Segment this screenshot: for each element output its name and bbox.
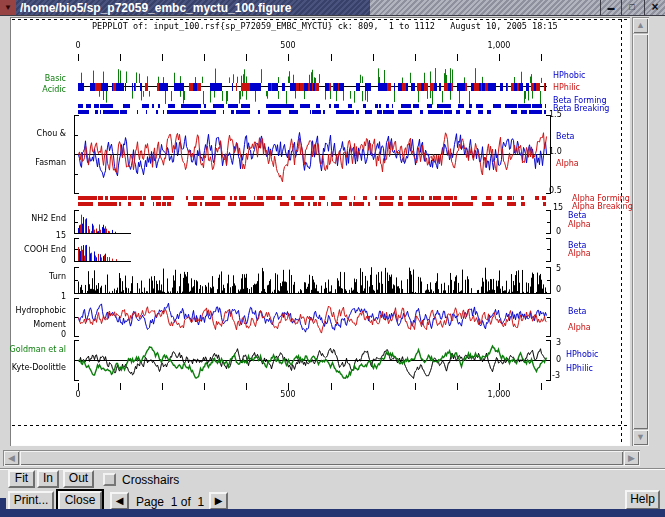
plot-right-label: Alpha Breaking <box>572 202 633 211</box>
maximize-icon: □ <box>629 2 634 12</box>
help-button[interactable]: Help <box>625 490 660 510</box>
arrow-down-icon: ▼ <box>636 432 645 442</box>
arrow-right-icon: ▶ <box>628 453 635 463</box>
plot-header: PEPPLOT of: input_100.rsf{sp_P72059_EMBC… <box>92 21 558 31</box>
crosshairs-checkbox[interactable] <box>103 473 116 486</box>
scroll-left-button[interactable]: ◀ <box>4 451 19 465</box>
axis-tick-label: 0 <box>58 41 98 50</box>
plot-right-label: Beta <box>568 211 586 220</box>
arrow-up-icon: ▲ <box>636 20 645 30</box>
toolbar-separator <box>0 468 665 470</box>
plot-right-label: HPhobic <box>553 71 586 80</box>
plot-left-label: Chou & <box>4 129 66 138</box>
pepplot-window: ▼ /home/bio5/sp_p72059_embc_myctu_100.fi… <box>0 0 665 517</box>
plot-right-label: 0 <box>556 227 561 236</box>
plot-right-label: 3 <box>556 338 561 347</box>
page-next-icon: ▶ <box>215 495 223 506</box>
minimize-icon: ▬ <box>608 4 615 11</box>
desktop-corner <box>0 498 6 517</box>
page-prev-icon: ◀ <box>116 495 124 506</box>
fit-button[interactable]: Fit <box>8 470 35 488</box>
scroll-right-button[interactable]: ▶ <box>624 451 639 465</box>
axis-tick-label: 500 <box>268 41 308 50</box>
vertical-scrollbar-thumb[interactable] <box>633 34 648 429</box>
plot-left-label: 1 <box>4 292 66 301</box>
close-button-label: Close <box>65 493 96 507</box>
plot-left-label: Goldman et al <box>4 345 66 354</box>
plot-right-label: Alpha <box>556 159 579 168</box>
print-button-label: Print... <box>14 493 49 507</box>
plot-right-label: 1.5 <box>549 110 562 119</box>
scroll-down-button[interactable]: ▼ <box>633 430 648 445</box>
plot-right-label: HPhilic <box>566 364 593 373</box>
horizontal-scrollbar-thumb[interactable] <box>20 451 623 465</box>
axis-tick-label: 1,000 <box>479 390 519 399</box>
plot-right-label: Alpha <box>568 323 591 332</box>
axis-tick-label: 0 <box>58 390 98 399</box>
plot-left-label: Fasman <box>4 158 66 167</box>
zoom-in-button-label: In <box>43 471 53 485</box>
help-button-label: Help <box>630 492 655 506</box>
plot-left-label: COOH End <box>4 245 66 254</box>
plot-left-label: 0 <box>4 256 66 265</box>
desktop-strip <box>0 509 665 517</box>
page-indicator: Page 1 of 1 <box>136 495 204 509</box>
plot-left-label: Turn <box>4 272 66 281</box>
plot-right-label: Alpha <box>568 249 591 258</box>
print-button[interactable]: Print... <box>8 491 54 511</box>
maximize-button[interactable]: □ <box>621 0 642 15</box>
window-menu-button[interactable]: ▼ <box>0 0 16 15</box>
window-title: /home/bio5/sp_p72059_embc_myctu_100.figu… <box>20 1 291 15</box>
fit-button-label: Fit <box>15 471 28 485</box>
arrow-left-icon: ◀ <box>8 453 15 463</box>
horizontal-scrollbar[interactable]: ◀ ▶ <box>3 450 640 466</box>
plot-left-label: Basic <box>4 74 66 83</box>
plot-left-label: Hydrophobic <box>4 306 66 315</box>
page-prev-button[interactable]: ◀ <box>110 492 129 510</box>
plot-right-label: 0.5 <box>549 186 562 195</box>
plot-left-label: Kyte-Doolittle <box>4 363 66 372</box>
close-button[interactable]: Close <box>58 491 102 511</box>
plot-right-label: -3 <box>552 371 560 380</box>
pepplot-figure <box>10 17 630 446</box>
plot-right-label: 5 <box>556 264 561 273</box>
window-menu-icon: ▼ <box>4 3 12 12</box>
axis-tick-label: 500 <box>268 390 308 399</box>
plot-right-label: 0 <box>556 355 561 364</box>
minimize-button[interactable]: ▬ <box>600 0 621 15</box>
plot-right-label: 0 <box>556 285 561 294</box>
plot-right-label: Beta <box>568 307 586 316</box>
plot-right-label: Alpha <box>568 220 591 229</box>
plot-left-label: Acidic <box>4 85 66 94</box>
crosshairs-label: Crosshairs <box>122 473 179 487</box>
plot-left-label: 0 <box>4 330 66 339</box>
scroll-up-button[interactable]: ▲ <box>633 18 648 33</box>
window-close-icon: × <box>651 0 658 14</box>
plot-right-label: Beta <box>556 132 574 141</box>
zoom-out-button[interactable]: Out <box>63 470 94 488</box>
plot-left-label: 15 <box>4 231 66 240</box>
plot-right-label: 15 <box>553 203 563 212</box>
vertical-scrollbar[interactable]: ▲ ▼ <box>632 17 649 446</box>
titlebar-title-panel: /home/bio5/sp_p72059_embc_myctu_100.figu… <box>16 0 370 15</box>
zoom-in-button[interactable]: In <box>37 470 59 488</box>
axis-tick-label: 1,000 <box>479 41 519 50</box>
window-close-button[interactable]: × <box>644 0 665 15</box>
plot-right-label: 1.0 <box>549 147 562 156</box>
plot-left-label: Moment <box>4 320 66 329</box>
window-titlebar[interactable]: ▼ /home/bio5/sp_p72059_embc_myctu_100.fi… <box>0 0 665 16</box>
plot-canvas-area <box>10 17 630 446</box>
zoom-out-button-label: Out <box>69 471 88 485</box>
page-next-button[interactable]: ▶ <box>209 492 228 510</box>
plot-left-label: NH2 End <box>4 214 66 223</box>
plot-right-label: HPhilic <box>553 83 580 92</box>
plot-right-label: HPhobic <box>566 350 599 359</box>
